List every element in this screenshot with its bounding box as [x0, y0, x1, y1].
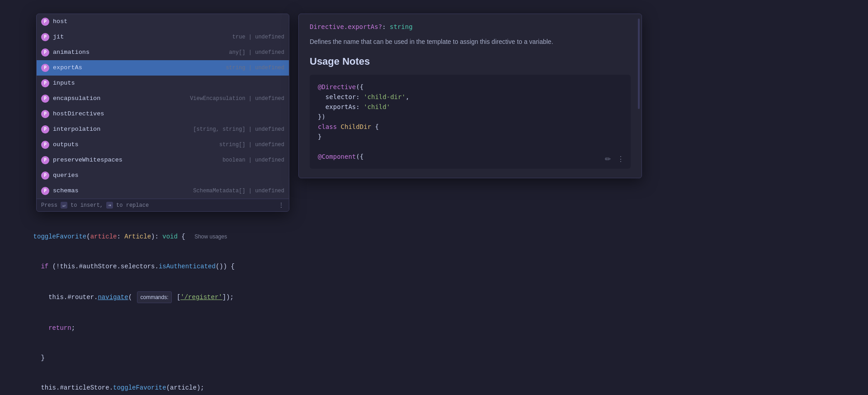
code-line-3: exportAs: 'child'	[318, 102, 623, 112]
autocomplete-item-queries[interactable]: P queries	[37, 168, 289, 183]
property-icon: P	[41, 18, 49, 26]
insert-key: ↵	[61, 202, 67, 209]
item-type: any[] | undefined	[229, 47, 284, 58]
commands-tooltip: commands:	[137, 291, 171, 303]
property-icon: P	[41, 171, 49, 180]
autocomplete-panel[interactable]: P host P jit true | undefined P animatio…	[36, 14, 289, 212]
item-name: outputs	[53, 139, 215, 151]
doc-signature: Directive.exportAs?: string	[310, 23, 631, 30]
item-name: schemas	[53, 185, 189, 197]
item-type: string[] | undefined	[219, 139, 284, 151]
item-name: jit	[53, 31, 228, 43]
item-name: preserveWhitespaces	[53, 154, 218, 166]
code-line-4: })	[318, 112, 623, 122]
property-icon: P	[41, 95, 49, 103]
doc-section-title: Usage Notes	[310, 56, 631, 67]
code-line-close-if: }	[18, 343, 868, 373]
code-line-2: selector: 'child-dir',	[318, 92, 623, 102]
item-name: interpolation	[53, 124, 189, 135]
property-icon: P	[41, 64, 49, 72]
item-type: true | undefined	[232, 31, 284, 43]
item-name: exportAs	[53, 62, 221, 74]
edit-button[interactable]: ✏	[604, 154, 612, 164]
autocomplete-item-outputs[interactable]: P outputs string[] | undefined	[37, 137, 289, 152]
autocomplete-item-hostdirectives[interactable]: P hostDirectives	[37, 106, 289, 122]
hint-press-text: Press	[41, 202, 57, 209]
item-name: queries	[53, 170, 280, 181]
show-usages-badge[interactable]: Show usages	[192, 232, 230, 242]
code-line-8: @Component({	[318, 152, 623, 162]
code-line-if: if (!this.#authStore.selectors.isAuthent…	[18, 252, 868, 281]
editor-content: toggleFavorite(article: Article): void {…	[0, 217, 868, 395]
doc-description: Defines the name that can be used in the…	[310, 37, 631, 47]
property-icon: P	[41, 156, 49, 164]
item-type: boolean | undefined	[222, 154, 284, 166]
signature-optional: ?	[378, 23, 382, 30]
autocomplete-item-inputs[interactable]: P inputs	[37, 76, 289, 91]
footer-hint: Press ↵ to insert, ⇥ to replace	[41, 202, 149, 209]
code-line-return: return;	[18, 313, 868, 343]
autocomplete-item-host[interactable]: P host	[37, 14, 289, 29]
item-type: ViewEncapsulation | undefined	[190, 93, 284, 105]
item-type: [string, string] | undefined	[193, 124, 284, 135]
signature-class: Directive.exportAs	[310, 23, 378, 30]
autocomplete-footer: Press ↵ to insert, ⇥ to replace ⋮	[37, 199, 289, 211]
code-line-toggle-favorite: toggleFavorite(article: Article): void {…	[18, 222, 868, 252]
property-icon: P	[41, 125, 49, 133]
item-name: animations	[53, 47, 225, 58]
code-line-7	[318, 142, 623, 152]
property-icon: P	[41, 79, 49, 87]
autocomplete-item-jit[interactable]: P jit true | undefined	[37, 29, 289, 45]
documentation-panel: Directive.exportAs?: string Defines the …	[298, 14, 642, 178]
code-line-5: class ChildDir {	[318, 122, 623, 132]
doc-scrollbar[interactable]	[638, 19, 640, 109]
property-icon: P	[41, 48, 49, 57]
autocomplete-item-schemas[interactable]: P schemas SchemaMetadata[] | undefined	[37, 183, 289, 199]
item-name: encapsulation	[53, 93, 185, 105]
tab-key: ⇥	[106, 202, 113, 209]
autocomplete-item-animations[interactable]: P animations any[] | undefined	[37, 45, 289, 60]
property-icon: P	[41, 110, 49, 118]
more-button[interactable]: ⋮	[616, 154, 625, 164]
autocomplete-item-preservewhitespaces[interactable]: P preserveWhitespaces boolean | undefine…	[37, 152, 289, 168]
autocomplete-item-encapsulation[interactable]: P encapsulation ViewEncapsulation | unde…	[37, 91, 289, 106]
code-line-navigate: this.#router.navigate( commands: ['/regi…	[18, 281, 868, 313]
property-icon: P	[41, 141, 49, 149]
item-type: SchemaMetadata[] | undefined	[193, 185, 284, 197]
code-line-1: @Directive({	[318, 82, 623, 92]
code-line-6: }	[318, 132, 623, 142]
signature-type: string	[390, 23, 413, 30]
doc-actions: ✏ ⋮	[604, 154, 625, 164]
autocomplete-item-interpolation[interactable]: P interpolation [string, string] | undef…	[37, 122, 289, 137]
item-name: hostDirectives	[53, 108, 280, 120]
code-line-toggle-fav: this.#articleStore.toggleFavorite(articl…	[18, 373, 868, 395]
doc-code-block: @Directive({ selector: 'child-dir', expo…	[310, 75, 631, 169]
item-name: inputs	[53, 77, 280, 89]
item-name: host	[53, 16, 280, 28]
property-icon: P	[41, 187, 49, 195]
autocomplete-list: P host P jit true | undefined P animatio…	[37, 14, 289, 199]
more-options-button[interactable]: ⋮	[278, 201, 284, 209]
autocomplete-item-exportas[interactable]: P exportAs string | undefined	[37, 60, 289, 76]
property-icon: P	[41, 33, 49, 41]
item-type: string | undefined	[226, 62, 284, 74]
